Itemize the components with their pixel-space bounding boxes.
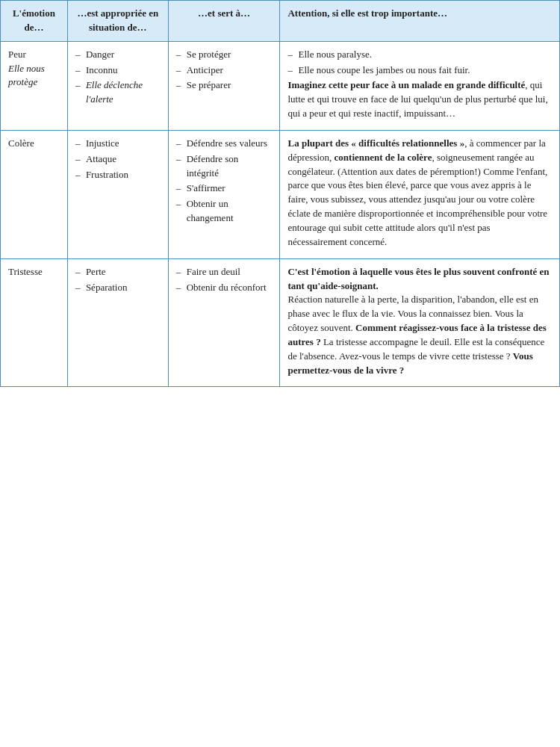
table-row: ColèreInjusticeAttaqueFrustrationDéfendr… — [1, 130, 560, 258]
list-item: Obtenir du réconfort — [176, 281, 273, 295]
list-item: S'affirmer — [176, 182, 273, 196]
header-sert: …et sert à… — [168, 1, 280, 42]
bold-text: Imaginez cette peur face à un malade en … — [287, 79, 525, 90]
situation-list: DangerInconnuElle déclenche l'alerte — [75, 48, 161, 107]
emotion-description: Elle nous protège — [8, 62, 60, 90]
sert-list: Défendre ses valeursDéfendre son intégri… — [176, 137, 273, 226]
header-emotion: L'émotion de… — [1, 1, 68, 42]
emotion-name: Colère — [8, 137, 34, 149]
table-header-row: L'émotion de… …est appro­priée en situat… — [1, 1, 560, 42]
emotion-cell-0: PeurElle nous protège — [1, 41, 68, 130]
table-row: TristessePerteSéparationFaire un deuilOb… — [1, 258, 560, 387]
bold-text2: contiennent de la colère — [335, 152, 432, 163]
list-item: Se protéger — [176, 48, 273, 62]
list-item: Danger — [75, 48, 161, 62]
list-item: Séparation — [75, 281, 161, 295]
italic-text: Elle déclenche l'alerte — [86, 79, 143, 105]
main-table-wrapper: L'émotion de… …est appro­priée en situat… — [0, 0, 560, 387]
list-item: Inconnu — [75, 63, 161, 78]
emotions-table: L'émotion de… …est appro­priée en situat… — [0, 0, 560, 387]
emotion-name: Tristesse — [8, 266, 43, 277]
list-item: Obtenir un changement — [176, 197, 273, 226]
attention-cell-0: Elle nous paralyse.Elle nous coupe les j… — [280, 41, 560, 130]
situation-cell-0: DangerInconnuElle déclenche l'alerte — [67, 41, 168, 130]
attention-list: Elle nous coupe les jambes ou nous fait … — [287, 63, 552, 78]
situation-list: InjusticeAttaqueFrustration — [75, 137, 161, 182]
attention-cell-1: La plupart des « difficultés relationnel… — [280, 130, 560, 258]
bold-end: Vous permettez-vous de la vivre ? — [287, 350, 532, 376]
sert-list: Faire un deuilObtenir du réconfort — [176, 265, 273, 295]
header-attention: Attention, si elle est trop importante… — [280, 1, 560, 42]
list-item: Elle nous paralyse. — [287, 48, 552, 62]
table-row: PeurElle nous protègeDangerInconnuElle d… — [1, 41, 560, 130]
attention-list: Elle nous paralyse. — [287, 48, 552, 62]
attention-cell-2: C'est l'émotion à laquelle vous êtes le … — [280, 258, 560, 387]
sert-cell-1: Défendre ses valeursDéfendre son intégri… — [168, 130, 280, 258]
situation-cell-1: InjusticeAttaqueFrustration — [67, 130, 168, 258]
bold-text: La plupart des « difficultés relationnel… — [287, 137, 464, 149]
list-item: Anticiper — [176, 63, 273, 78]
list-item: Perte — [75, 265, 161, 279]
bold-question: Comment réagissez-vous face à la tristes… — [287, 322, 546, 347]
list-item: Défendre ses valeurs — [176, 137, 273, 151]
sert-cell-0: Se protégerAnticiperSe préparer — [168, 41, 280, 130]
list-item: Attaque — [75, 152, 161, 167]
attention-bold-text: Imaginez cette peur face à un malade en … — [287, 78, 552, 121]
attention-text: C'est l'émotion à laquelle vous êtes le … — [287, 265, 552, 378]
list-item: Faire un deuil — [176, 265, 273, 279]
list-item: Injustice — [75, 137, 161, 151]
emotion-cell-1: Colère — [1, 130, 68, 258]
bold-intro: C'est l'émotion à laquelle vous êtes le … — [287, 266, 549, 291]
attention-text: La plupart des « difficultés relationnel… — [287, 137, 552, 249]
list-item: Défendre son intégrité — [176, 152, 273, 181]
list-item: Elle nous coupe les jambes ou nous fait … — [287, 63, 552, 78]
situation-list: PerteSéparation — [75, 265, 161, 295]
list-item: Elle déclenche l'alerte — [75, 78, 161, 107]
list-item: Se préparer — [176, 78, 273, 93]
sert-list: Se protégerAnticiperSe préparer — [176, 48, 273, 93]
situation-cell-2: PerteSéparation — [67, 258, 168, 387]
header-situation: …est appro­priée en situation de… — [67, 1, 168, 42]
list-item: Frustration — [75, 168, 161, 182]
emotion-name: Peur — [8, 49, 26, 60]
sert-cell-2: Faire un deuilObtenir du réconfort — [168, 258, 280, 387]
emotion-cell-2: Tristesse — [1, 258, 68, 387]
